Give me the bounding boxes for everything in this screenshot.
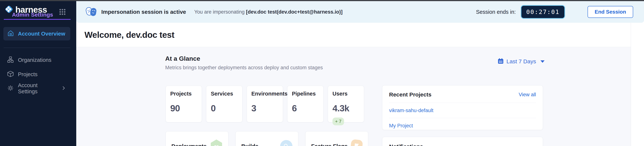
- end-session-button[interactable]: End Session: [588, 6, 633, 18]
- sidebar-item-label: Projects: [18, 71, 38, 77]
- notifications-panel: Notifications: [382, 137, 543, 146]
- sidebar-item-projects[interactable]: Projects: [3, 68, 70, 80]
- deployments-icon: ∞: [210, 140, 222, 146]
- builds-icon: [280, 140, 292, 146]
- page: harness Admin Settings Account Overview: [0, 0, 644, 146]
- module-card-builds[interactable]: Builds: [236, 131, 298, 146]
- window-top-edge: [0, 0, 644, 1]
- notifications-title: Notifications: [389, 144, 423, 146]
- stat-card-projects[interactable]: Projects 90: [166, 86, 202, 122]
- impersonation-banner: Impersonation session is active You are …: [76, 1, 644, 23]
- stat-label: Pipelines: [292, 91, 319, 97]
- session-ends-label: Session ends in:: [476, 9, 516, 15]
- stat-value: 4.3k: [332, 103, 360, 113]
- stats-row: Projects 90 Services 0 Environments 3 Pi…: [166, 86, 364, 122]
- module-label: Deployments: [171, 143, 206, 146]
- modules-row: Deployments ∞ Builds Feature Flags: [166, 131, 368, 146]
- feature-flags-icon: [350, 139, 363, 146]
- date-range-selector[interactable]: Last 7 Days: [498, 58, 544, 65]
- stat-label: Services: [211, 91, 238, 97]
- module-label: Feature Flags: [311, 143, 348, 146]
- chevron-down-icon: [540, 60, 544, 63]
- stat-label: Environments: [251, 91, 278, 97]
- sidebar-item-account-settings[interactable]: Account Settings: [3, 82, 70, 94]
- admin-settings-label: Admin Settings: [12, 11, 53, 18]
- recent-projects-header: Recent Projects View all: [389, 91, 536, 98]
- at-a-glance-header: At a Glance Metrics brings together depl…: [165, 55, 323, 71]
- impersonated-user: [dev.doc test(dev.doc+test@harness.io)]: [246, 9, 342, 15]
- at-a-glance-title: At a Glance: [165, 55, 323, 62]
- stat-value: 90: [170, 103, 197, 113]
- stat-label: Projects: [170, 91, 197, 97]
- sidebar-accent-divider: [4, 19, 71, 20]
- module-card-deployments[interactable]: Deployments ∞: [166, 131, 228, 146]
- stat-card-services[interactable]: Services 0: [206, 86, 242, 122]
- sidebar: harness Admin Settings Account Overview: [0, 0, 76, 146]
- stat-card-environments[interactable]: Environments 3: [247, 86, 283, 122]
- banner-session-controls: Session ends in: 00:27:01 End Session: [476, 5, 633, 19]
- chevron-right-icon: [62, 86, 66, 91]
- page-title: Welcome, dev.doc test: [84, 30, 174, 40]
- date-range-label: Last 7 Days: [506, 58, 536, 65]
- banner-title: Impersonation session is active: [101, 9, 186, 15]
- welcome-header: Welcome, dev.doc test: [76, 23, 631, 47]
- main-content: At a Glance Metrics brings together depl…: [76, 47, 631, 146]
- sidebar-item-label: Account Settings: [18, 82, 58, 95]
- module-label: Builds: [241, 143, 258, 146]
- sidebar-divider: [4, 48, 70, 48]
- stat-value: 0: [211, 103, 238, 113]
- stat-card-pipelines[interactable]: Pipelines 6: [287, 86, 324, 122]
- home-icon: [7, 30, 14, 38]
- stat-value: 3: [251, 103, 278, 113]
- sidebar-item-label: Account Overview: [18, 31, 65, 37]
- apps-grid-icon[interactable]: [59, 8, 66, 16]
- view-all-link[interactable]: View all: [518, 92, 536, 98]
- stat-card-users[interactable]: Users 4.3k + 7: [328, 86, 364, 122]
- impersonating-prefix: You are impersonating: [194, 9, 246, 15]
- gear-icon: [7, 85, 14, 92]
- project-link-my-project[interactable]: My Project: [389, 118, 536, 133]
- sidebar-item-label: Organizations: [18, 57, 52, 63]
- banner-subtitle: You are impersonating [dev.doc test(dev.…: [194, 9, 342, 15]
- sidebar-item-organizations[interactable]: Organizations: [3, 54, 70, 66]
- session-countdown-timer: 00:27:01: [521, 5, 565, 19]
- stat-value: 6: [292, 103, 319, 113]
- at-a-glance-subtitle: Metrics brings together deployments acro…: [165, 65, 323, 71]
- recent-projects-title: Recent Projects: [389, 91, 432, 98]
- recent-projects-panel: Recent Projects View all vikram-sahu-def…: [382, 85, 543, 130]
- calendar-icon: [498, 58, 504, 65]
- module-card-feature-flags[interactable]: Feature Flags: [305, 131, 368, 146]
- sitemap-icon: [7, 56, 14, 64]
- users-delta-badge: + 7: [332, 118, 344, 125]
- scroll-gutter[interactable]: [631, 23, 644, 146]
- project-link-vikram-sahu-default[interactable]: vikram-sahu-default: [389, 103, 536, 118]
- stat-label: Users: [332, 91, 360, 97]
- cube-icon: [7, 71, 14, 78]
- theater-masks-icon: [86, 6, 97, 17]
- sidebar-item-account-overview[interactable]: Account Overview: [3, 27, 70, 40]
